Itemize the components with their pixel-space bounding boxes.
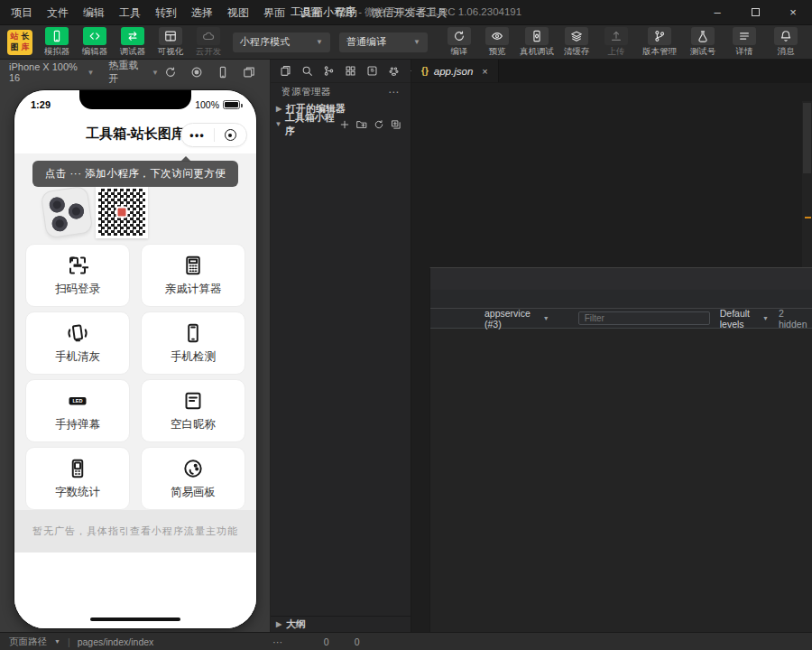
device-select[interactable]: iPhone X 100% 16 xyxy=(9,61,82,83)
menu-item[interactable]: 项目 xyxy=(4,0,40,25)
toolbar-action-预览[interactable]: 预览 xyxy=(482,27,512,58)
levels-select[interactable]: Default levels ▼ xyxy=(717,308,771,330)
warning-count: 0 xyxy=(355,636,360,647)
new-folder-icon[interactable] xyxy=(356,119,367,130)
debug-icon[interactable] xyxy=(226,636,236,647)
console-sidebar-icon[interactable] xyxy=(437,312,448,324)
menu-item[interactable]: 转到 xyxy=(148,0,184,25)
toolbar-action-编译[interactable]: 编译 xyxy=(444,27,475,58)
snippet-icon[interactable] xyxy=(366,65,378,77)
tab-app-json[interactable]: {} app.json × xyxy=(411,60,499,82)
mode-buttons: 模拟器编辑器调试器可视化云开发 xyxy=(42,27,224,58)
exit-button[interactable] xyxy=(215,129,247,141)
window-controls: – × xyxy=(698,0,812,25)
refresh-icon[interactable] xyxy=(164,66,177,79)
refresh-icon[interactable] xyxy=(374,119,384,130)
more-menu-button[interactable]: ••• xyxy=(181,129,214,142)
toolbar-action-详情[interactable]: 详情 xyxy=(729,27,760,58)
ext-icon[interactable] xyxy=(345,65,356,77)
toolbar-action-测试号[interactable]: 测试号 xyxy=(687,27,718,58)
more-icon[interactable]: ⋯ xyxy=(388,86,400,98)
breadcrumb xyxy=(411,83,812,101)
mini-app-card-空白昵称[interactable]: 空白昵称 xyxy=(141,379,245,442)
toolbar-button-编辑器[interactable]: 编辑器 xyxy=(79,27,110,58)
menu-item[interactable]: 文件 xyxy=(40,0,76,25)
context-select[interactable]: appservice (#3) ▼ xyxy=(482,308,552,330)
promo-image xyxy=(43,186,148,238)
battery-percent: 100% xyxy=(195,99,219,110)
menu-item[interactable]: 选择 xyxy=(184,0,220,25)
toolbar-button-可视化[interactable]: 可视化 xyxy=(155,27,186,58)
theme-icon[interactable] xyxy=(388,65,400,77)
console-log-list[interactable] xyxy=(430,329,812,632)
eye-icon[interactable] xyxy=(249,636,260,647)
debugger-tabbar xyxy=(430,268,812,290)
phone-icon[interactable] xyxy=(217,66,229,79)
mini-app-card-简易画板[interactable]: 简易画板 xyxy=(141,447,245,510)
close-button[interactable]: × xyxy=(774,0,812,25)
toolbar-action-版本管理[interactable]: 版本管理 xyxy=(642,27,677,58)
toolbar-button-调试器[interactable]: 调试器 xyxy=(117,27,148,58)
tool-card-grid: 扫码登录亲戚计算器手机清灰手机检测LED手持弹幕空白昵称字数统计简易画板 xyxy=(25,244,245,510)
menu-item[interactable]: 工具 xyxy=(112,0,148,25)
editor-menu-icon[interactable] xyxy=(413,117,426,130)
mini-app-card-扫码登录[interactable]: 扫码登录 xyxy=(25,244,130,307)
clock: 1:29 xyxy=(31,99,51,110)
toolbar-button-云开发[interactable]: 云开发 xyxy=(193,27,224,58)
phone-shake-icon xyxy=(67,322,88,344)
page-path-value: pages/index/index xyxy=(78,636,154,647)
windows-icon[interactable] xyxy=(243,66,255,79)
menu-item[interactable]: 编辑 xyxy=(76,0,112,25)
toolbar-action-消息[interactable]: 消息 xyxy=(770,27,801,58)
compile-select[interactable]: 普通编译▼ xyxy=(339,32,428,52)
chevron-down-icon: ▼ xyxy=(54,638,60,645)
live-expression-icon[interactable] xyxy=(559,312,571,324)
mini-app-card-手机清灰[interactable]: 手机清灰 xyxy=(25,311,130,375)
mini-app-card-亲戚计算器[interactable]: 亲戚计算器 xyxy=(141,244,245,307)
search-icon[interactable] xyxy=(301,65,313,77)
collapse-icon[interactable] xyxy=(391,119,401,130)
compile-icon xyxy=(453,30,466,42)
add-miniapp-tooltip: 点击 ··· 添加小程序，下次访问更方便 xyxy=(32,161,238,187)
qr-code xyxy=(96,186,148,238)
mini-app-card-字数统计[interactable]: 字数统计 xyxy=(25,447,130,510)
main-toolbar: 站长图库 模拟器编辑器调试器可视化云开发 小程序模式▼ 普通编译▼ 编译预览真机… xyxy=(0,25,812,60)
blank-doc-icon xyxy=(182,390,204,412)
menu-item[interactable]: 界面 xyxy=(256,0,292,25)
mini-app-card-手机检测[interactable]: 手机检测 xyxy=(141,311,245,375)
home-indicator xyxy=(90,618,180,622)
maximize-button[interactable] xyxy=(736,0,774,25)
toolbar-action-上传[interactable]: 上传 xyxy=(601,27,632,58)
hidden-count: 2 hidden xyxy=(779,308,807,330)
files-icon[interactable] xyxy=(280,65,291,77)
plus-icon[interactable] xyxy=(339,119,350,130)
toolbar-button-模拟器[interactable]: 模拟器 xyxy=(42,27,72,58)
project-section[interactable]: ▼ 工具箱小程序 xyxy=(271,116,411,132)
mini-app-footer-note: 暂无广告，具体指引查看小程序流量主功能 xyxy=(14,510,256,552)
account-avatar[interactable]: 站长图库 xyxy=(7,30,32,55)
hot-reload-toggle[interactable]: 热重载 开 xyxy=(108,59,146,86)
menu-item[interactable]: 视图 xyxy=(220,0,256,25)
copy-icon[interactable] xyxy=(161,636,171,647)
minimize-button[interactable]: – xyxy=(698,0,736,25)
calculator-icon xyxy=(182,255,204,276)
titlebar: 项目文件编辑工具转到选择视图界面设置帮助微信开发者工具 工具箱小程序 - 微信开… xyxy=(0,0,812,25)
mode-select[interactable]: 小程序模式▼ xyxy=(233,32,330,52)
outline-section[interactable]: ▶ 大纲 xyxy=(271,616,411,632)
clear-console-icon[interactable] xyxy=(456,312,467,324)
toolbar-action-清缓存[interactable]: 清缓存 xyxy=(561,27,592,58)
close-tab-icon[interactable]: × xyxy=(482,66,487,77)
simulator-panel: iPhone X 100% 16 ▼ 热重载 开 ▼ 1:29 100% 工具箱… xyxy=(0,60,271,632)
error-count-icon xyxy=(306,636,317,647)
record-icon[interactable] xyxy=(190,66,203,79)
filter-input[interactable] xyxy=(578,311,710,325)
mini-app-card-手持弹幕[interactable]: LED手持弹幕 xyxy=(25,379,130,442)
page-path-label[interactable]: 页面路径 xyxy=(9,636,47,648)
chevron-down-icon: ▼ xyxy=(88,69,95,77)
battery-icon xyxy=(223,100,240,109)
toolbar-action-真机调试[interactable]: 真机调试 xyxy=(520,27,554,58)
git-icon[interactable] xyxy=(323,65,335,77)
more-icon[interactable]: ⋯ xyxy=(272,636,282,647)
swap-icon xyxy=(126,30,139,42)
scan-icon xyxy=(67,255,88,276)
